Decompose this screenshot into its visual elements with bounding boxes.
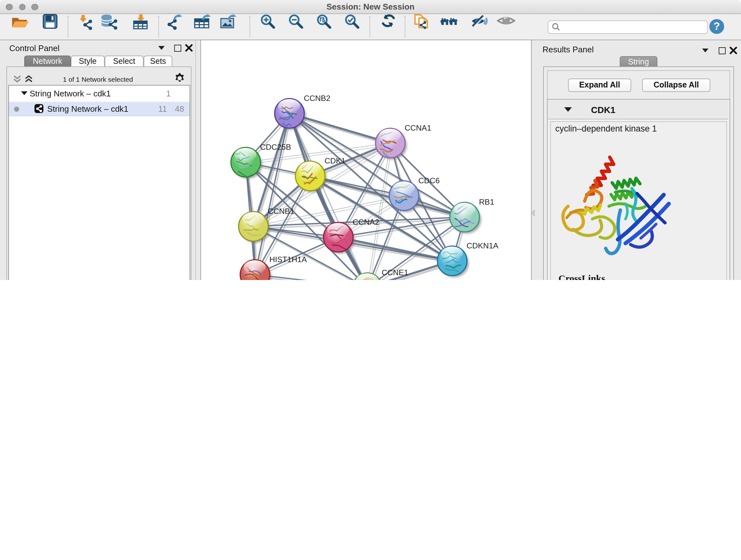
svg-text:CDC6: CDC6 (418, 176, 440, 185)
svg-text:CDKN1A: CDKN1A (467, 241, 498, 250)
svg-text:?: ? (714, 20, 720, 32)
svg-text:CDC25B: CDC25B (260, 143, 291, 151)
svg-text:HIST1H1A: HIST1H1A (269, 255, 307, 264)
svg-text:RB1: RB1 (479, 198, 494, 206)
svg-text:CCNB2: CCNB2 (304, 94, 330, 103)
svg-text:CCNA1: CCNA1 (405, 124, 431, 132)
svg-text:CCNA2: CCNA2 (353, 218, 379, 226)
svg-text:CCNB1: CCNB1 (268, 207, 294, 215)
svg-text:CCNE1: CCNE1 (382, 268, 408, 277)
svg-text:CDK1: CDK1 (325, 157, 346, 165)
